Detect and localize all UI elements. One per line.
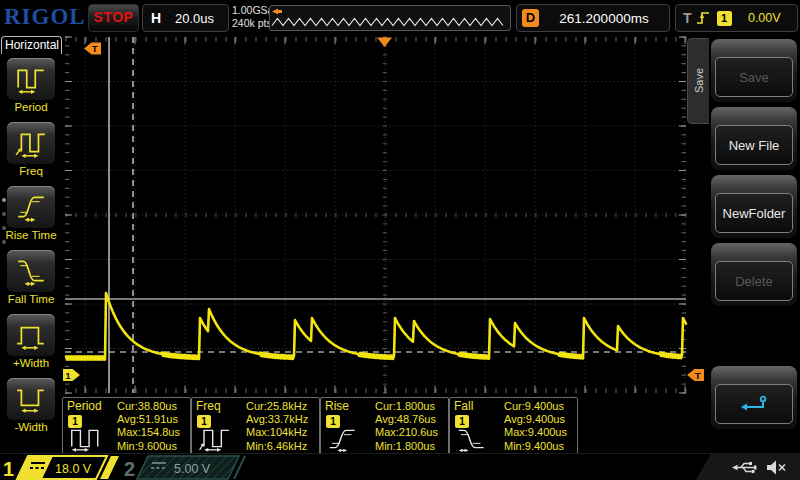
fall-time-icon — [15, 256, 47, 286]
measurement-min: Min:1.800us — [375, 440, 447, 453]
menu-item-minus-width-label: -Width — [0, 421, 62, 435]
menu-item-freq[interactable] — [7, 122, 55, 164]
memory-waveform-thumbnail — [272, 19, 503, 26]
h-scale-value: 20.0us — [161, 11, 228, 26]
menu-item-rise-time-label: Rise Time — [0, 229, 62, 243]
trigger-source-badge: 1 — [717, 11, 732, 26]
channel-2-scale: 5.00 V — [174, 462, 211, 476]
measurement-cur: Cur:1.800us — [375, 400, 447, 413]
measurement-title: Fall — [454, 399, 473, 413]
measurement-max: Max:104kHz — [246, 426, 318, 439]
measure-menu-title: Horizontal — [1, 36, 62, 54]
back-button[interactable] — [711, 366, 797, 429]
period-icon — [15, 64, 47, 94]
graticule — [65, 37, 686, 393]
measurement-avg: Avg:9.400us — [504, 413, 576, 426]
menu-scroll-dot — [2, 226, 6, 230]
menu-item-fall-time-label: Fall Time — [0, 293, 62, 307]
delete-button[interactable]: Delete — [711, 243, 797, 306]
freq-icon — [15, 128, 47, 158]
measurement-cur: Cur:25.8kHz — [246, 400, 318, 413]
measurement-max: Max:9.400us — [504, 426, 576, 439]
menu-item-freq-label: Freq — [0, 165, 62, 179]
menu-item-minus-width[interactable] — [7, 378, 55, 420]
memory-window-arrow-icon — [272, 9, 282, 15]
channel-status-bar: 1 18.0 V 2 — [0, 453, 800, 480]
trigger-label: T — [683, 10, 692, 26]
trigger-offscreen-label: T — [92, 44, 98, 54]
run-state-badge: STOP — [88, 4, 139, 32]
ch1-ground-marker: 1 — [63, 369, 80, 381]
menu-scroll-dot — [2, 240, 6, 244]
memory-position-strip — [269, 5, 511, 31]
measurement-min: Min:9.400us — [504, 440, 576, 453]
save-menu-tab: Save — [687, 38, 709, 124]
ch1-trace — [66, 293, 686, 360]
usb-icon — [732, 461, 758, 474]
measurement-avg: Avg:51.91us — [117, 413, 189, 426]
save-button-label: Save — [739, 70, 769, 85]
delay-value: 261.200000ms — [539, 11, 669, 26]
trigger-offscreen-icon: T — [84, 43, 101, 55]
new-file-button[interactable]: New File — [711, 107, 797, 170]
new-folder-button-label: NewFolder — [723, 206, 786, 221]
measurement-cur: Cur:38.80us — [117, 400, 189, 413]
measurement-avg: Avg:48.76us — [375, 413, 447, 426]
save-button[interactable]: Save — [711, 39, 797, 102]
channel-1-number: 1 — [3, 458, 14, 480]
fall-icon — [452, 426, 498, 452]
channel-2-chip[interactable]: 2 5.00 V — [118, 454, 250, 480]
new-folder-button[interactable]: NewFolder — [711, 175, 797, 238]
measurement-title: Freq — [196, 399, 221, 413]
rising-edge-icon — [696, 10, 712, 26]
menu-scroll-dot — [2, 212, 6, 216]
speaker-muted-icon — [766, 460, 790, 475]
trigger-panel: T 1 0.00V — [675, 4, 798, 32]
measure-menu: Horizontal Period Freq — [0, 33, 63, 453]
new-file-button-label: New File — [729, 138, 780, 153]
menu-scroll-dot — [2, 198, 6, 202]
measurement-max: Max:154.8us — [117, 426, 189, 439]
measurement-max: Max:210.6us — [375, 426, 447, 439]
delay-badge: D — [522, 9, 539, 27]
menu-item-plus-width[interactable] — [7, 314, 55, 356]
trigger-level-value: 0.00V — [732, 11, 797, 25]
measurement-min: Min:9.600us — [117, 440, 189, 453]
minus-width-icon — [15, 384, 47, 414]
channel-1-chip[interactable]: 1 18.0 V — [0, 454, 120, 480]
plus-width-icon — [15, 320, 47, 350]
menu-item-rise-time[interactable] — [7, 186, 55, 228]
menu-item-fall-time[interactable] — [7, 250, 55, 292]
freq-icon — [194, 426, 240, 452]
period-icon — [65, 426, 111, 452]
oscilloscope-screen: T T 1 RIGOL STOP H 20.0us 1.00GSa/s 240k… — [0, 0, 800, 480]
channel-2-number: 2 — [124, 458, 135, 480]
ch1-ground-label: 1 — [66, 371, 71, 381]
channel-1-scale: 18.0 V — [55, 462, 92, 476]
measurement-title: Period — [67, 399, 102, 413]
measurement-panel-period: Period 1 Cur:38.80us Avg:51.91us Max:154… — [62, 397, 191, 455]
save-menu: Save Save New File NewFolder Delete — [686, 33, 800, 453]
measurement-panel-fall: Fall 1 Cur:9.400us Avg:9.400us Max:9.400… — [449, 397, 578, 455]
horizontal-scale-panel: H 20.0us — [142, 4, 229, 32]
trigger-position-marker — [377, 38, 392, 48]
return-arrow-icon — [740, 395, 768, 413]
measurement-min: Min:6.46kHz — [246, 440, 318, 453]
measurement-title: Rise — [325, 399, 349, 413]
delete-button-label: Delete — [735, 274, 773, 289]
rise-icon — [323, 426, 369, 452]
rise-time-icon — [15, 192, 47, 222]
measurement-panel-freq: Freq 1 Cur:25.8kHz Avg:33.7kHz Max:104kH… — [191, 397, 320, 455]
rigol-logo: RIGOL — [4, 4, 86, 30]
menu-item-plus-width-label: +Width — [0, 357, 62, 371]
measurement-panel-rise: Rise 1 Cur:1.800us Avg:48.76us Max:210.6… — [320, 397, 449, 455]
h-label: H — [151, 10, 161, 26]
measurement-cur: Cur:9.400us — [504, 400, 576, 413]
measurement-avg: Avg:33.7kHz — [246, 413, 318, 426]
save-menu-tab-label: Save — [693, 68, 705, 93]
menu-item-period[interactable] — [7, 58, 55, 100]
peripheral-status-panel — [695, 454, 800, 480]
delay-panel: D 261.200000ms — [516, 4, 670, 32]
menu-item-period-label: Period — [0, 101, 62, 115]
top-status-bar: RIGOL STOP H 20.0us 1.00GSa/s 240k pts D… — [0, 0, 800, 33]
